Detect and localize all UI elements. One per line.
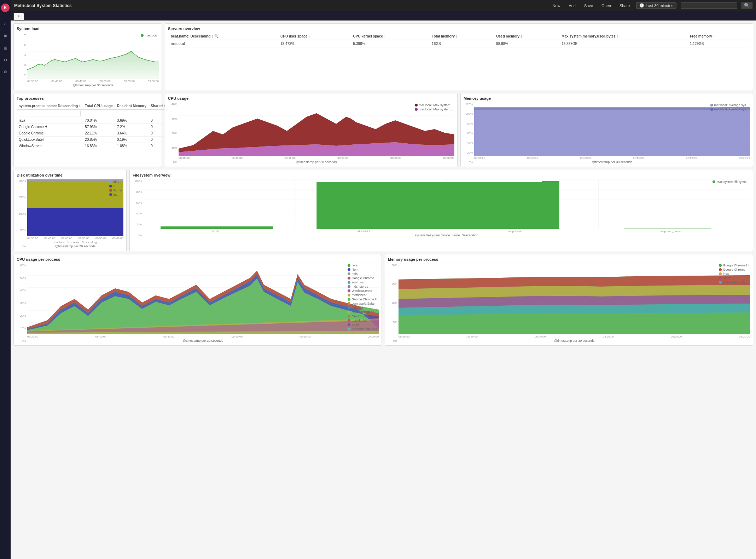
svg-marker-41 [316,181,559,229]
mem-pp-x-axis: 08:35:00 08:40:00 08:45:00 08:50:00 08:5… [399,334,750,338]
memory-per-process-panel: Memory usage per process Google Chrome H… [385,254,753,346]
sidebar-icon-clock[interactable]: ⊙ [1,56,9,64]
row-2: Top processes system.process.name: Desce… [13,93,753,170]
cpu-usage-chart: 40% 30% 20% 10% 0% [168,103,454,164]
system-load-x-label: @timestamp per 30 seconds [27,83,159,87]
memory-per-process-title: Memory usage per process [388,257,750,261]
cell-cpu-user: 13.473% [278,40,350,47]
memory-x-axis: 08:35:00 08:40:00 08:45:00 08:50:00 08:5… [474,156,750,160]
memory-usage-chart: 120% 100% 80% 60% 40% 20% 0% [464,103,750,164]
sidebar-icon-home[interactable]: ⌂ [1,20,9,28]
memory-y-axis: 120% 100% 80% 60% 40% 20% 0% [464,103,474,164]
disk-x-label: @timestamp per 30 seconds [27,244,123,248]
cpu-per-process-panel: CPU usage per process java iTerm mds Goo… [13,254,382,346]
topbar-actions: New Add Save Open Share 🕐 Last 30 minute… [550,2,752,9]
top-processes-table: system.process.name: Descending ↕ Total … [17,103,180,149]
cpu-x-axis: 08:35:00 08:40:00 08:45:00 08:50:00 08:5… [179,156,454,160]
cpu-usage-title: CPU usage [168,96,454,100]
memory-usage-title: Memory usage [464,96,750,100]
col-cpu-usage[interactable]: Total CPU usage [83,103,115,110]
open-button[interactable]: Open [599,3,613,8]
disk-utilization-panel: Disk utilization over time /dev / [13,170,127,251]
filesystem-chart: 100% 80% 60% 40% 20% 0% [133,179,750,237]
memory-per-process-legend: Google Chrome H Google Chrome java Slack… [719,264,749,285]
mem-pp-y-axis: 20% 15% 10% 5% 0% [388,264,399,342]
memory-x-label: @timestamp per 30 seconds [474,160,750,164]
col-resident-mem[interactable]: Resident Memory [115,103,149,110]
col-total-mem[interactable]: Total memory ↕ [429,33,493,40]
sidebar-icon-chart[interactable]: ▦ [1,44,9,52]
share-button[interactable]: Share [617,3,632,8]
filesystem-x-axis: devfs /dev/disk1 map -hosts map auto_hom… [143,229,750,233]
col-cpu-kernel[interactable]: CPU kernel space ↕ [350,33,429,40]
time-range-selector[interactable]: 🕐 Last 30 minutes [636,2,676,9]
system-load-panel: System load mar.local 6 5 4 3 [13,23,162,90]
process-chrome-h: Google Chrome H [17,124,83,130]
col-used-mem[interactable]: Used memory ↕ [493,33,559,40]
cpu-pp-y-axis: 60% 50% 40% 30% 20% 10% 0% [17,264,27,342]
system-load-x-axis: 08:35:00 08:40:00 08:45:00 08:50:00 08:5… [27,79,159,83]
svg-rect-42 [473,228,559,229]
cpu-x-label: @timestamp per 30 seconds [179,160,454,164]
save-button[interactable]: Save [582,3,595,8]
cpu-per-process-legend: java iTerm mds Google Chrome zoom.us mds… [348,264,377,332]
filesystem-overview-panel: Filesystem overview Max system.filesyste… [129,170,753,251]
filesystem-x-label: system.filesystem.device_name: Descendin… [143,234,750,237]
disk-x-sublabel: mar.local: beat.name: Descending [27,241,123,244]
time-range-label: Last 30 minutes [646,4,673,8]
table-row: QuickLookSatell 20.85% 0.19% 0 [17,137,180,143]
search-input[interactable] [681,2,737,9]
top-processes-title: Top processes [17,96,159,100]
tab-main[interactable]: * [13,13,24,20]
table-row: WindowServer 16.83% 1.08% 0 [17,143,180,149]
cell-beat-name: mar.local [168,40,278,47]
process-name-filter[interactable] [19,111,81,116]
system-load-chart-inner: 08:35:00 08:40:00 08:45:00 08:50:00 08:5… [27,33,159,87]
col-process-name[interactable]: system.process.name: Descending ↕ [17,103,83,110]
sidebar: K ⌂ ⊞ ▦ ⊙ ⚙ [0,0,11,351]
row-3: Disk utilization over time /dev / [13,170,753,254]
system-load-legend: mar.local [141,34,157,38]
search-button[interactable]: 🔍 [742,2,752,9]
cpu-y-axis: 40% 30% 20% 10% 0% [168,103,179,164]
filesystem-legend: Max system.filesyste... [713,180,749,184]
new-button[interactable]: New [550,3,562,8]
dashboard: System load mar.local 6 5 4 3 [11,21,756,351]
mem-pp-chart-inner: 08:35:00 08:40:00 08:45:00 08:50:00 08:5… [399,264,750,342]
servers-overview-title: Servers overview [168,27,750,31]
main-content: Metricbeat System Statistics New Add Sav… [11,0,756,351]
table-row: Google Chrome 22.11% 3.64% 0 [17,130,180,137]
sidebar-icon-search[interactable]: ⊞ [1,32,9,40]
page-title: Metricbeat System Statistics [14,3,72,8]
memory-usage-panel: Memory usage mar.local: Average sys... m… [460,93,753,167]
col-beat-name[interactable]: beat.name: Descending ↕ 🔍 [168,33,278,40]
svg-marker-21 [474,110,750,156]
disk-x-axis: 08:35:00 08:40:00 08:45:00 08:50:00 08:5… [27,236,123,240]
disk-y-axis: 200% 150% 100% 50% 0% [17,179,27,248]
memory-usage-legend: mar.local: Average sys... mar.local: Ave… [710,103,749,112]
svg-rect-43 [624,229,711,229]
cpu-pp-x-axis: 08:35:00 08:40:00 08:45:00 08:50:00 08:5… [27,334,379,338]
servers-table: beat.name: Descending ↕ 🔍 CPU user space… [168,33,750,47]
col-cpu-user[interactable]: CPU user space ↕ [278,33,350,40]
cell-free-mem: 1.129GB [687,40,750,47]
memory-per-process-chart: 20% 15% 10% 5% 0% [388,264,750,342]
add-button[interactable]: Add [566,3,578,8]
sidebar-icon-settings[interactable]: ⚙ [1,68,9,76]
cell-cpu-kernel: 5.398% [350,40,429,47]
app-logo[interactable]: K [1,4,10,12]
disk-title: Disk utilization over time [17,173,123,177]
memory-chart-inner: 08:35:00 08:40:00 08:45:00 08:50:00 08:5… [474,103,750,164]
table-row: mar.local 13.473% 5.398% 16GB 98.98% 15.… [168,40,750,47]
cell-used-mem: 98.98% [493,40,559,47]
cpu-usage-panel: CPU usage mar.local: Max system... mar.l… [165,93,458,167]
cell-max-mem: 15.837GB [559,40,687,47]
cpu-per-process-title: CPU usage per process [17,257,379,261]
top-processes-panel: Top processes system.process.name: Desce… [13,93,162,167]
col-max-mem[interactable]: Max system.memory.used.bytes ↕ [559,33,687,40]
col-free-mem[interactable]: Free memory ↕ [687,33,750,40]
topbar: Metricbeat System Statistics New Add Sav… [11,0,756,11]
row-1: System load mar.local 6 5 4 3 [13,23,753,93]
clock-icon: 🕐 [639,3,644,8]
process-windowserver: WindowServer [17,143,83,149]
